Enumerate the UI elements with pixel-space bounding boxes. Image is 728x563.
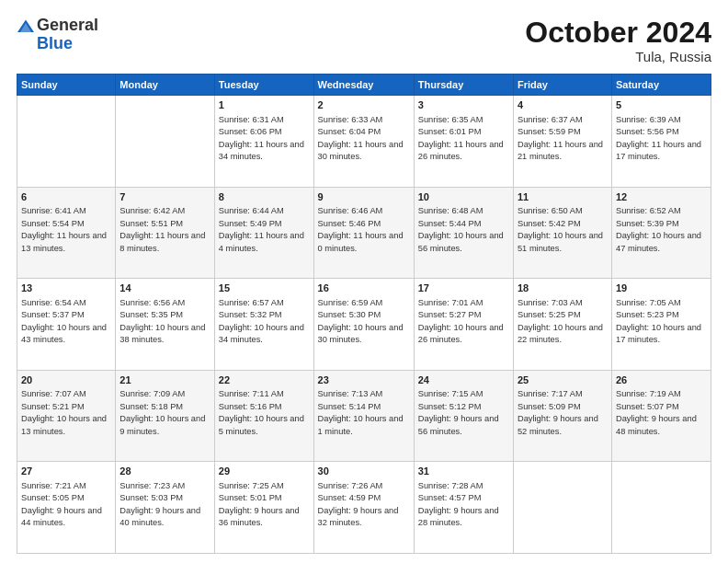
- logo: General Blue: [17, 17, 98, 53]
- day-cell: 10Sunrise: 6:48 AM Sunset: 5:44 PM Dayli…: [414, 187, 513, 279]
- day-number: 15: [219, 282, 310, 295]
- day-info: Sunrise: 6:39 AM Sunset: 5:56 PM Dayligh…: [616, 114, 707, 164]
- day-cell: 17Sunrise: 7:01 AM Sunset: 5:27 PM Dayli…: [414, 279, 513, 371]
- day-cell: 2Sunrise: 6:33 AM Sunset: 6:04 PM Daylig…: [313, 96, 414, 188]
- day-number: 31: [418, 465, 509, 478]
- day-number: 30: [318, 465, 410, 478]
- col-friday: Friday: [513, 75, 611, 96]
- day-cell: 21Sunrise: 7:09 AM Sunset: 5:18 PM Dayli…: [116, 370, 215, 462]
- day-cell: 3Sunrise: 6:35 AM Sunset: 6:01 PM Daylig…: [414, 96, 513, 188]
- day-info: Sunrise: 7:26 AM Sunset: 4:59 PM Dayligh…: [318, 480, 410, 530]
- day-info: Sunrise: 7:09 AM Sunset: 5:18 PM Dayligh…: [119, 388, 210, 438]
- day-cell: 5Sunrise: 6:39 AM Sunset: 5:56 PM Daylig…: [611, 96, 711, 188]
- day-info: Sunrise: 6:33 AM Sunset: 6:04 PM Dayligh…: [318, 114, 410, 164]
- col-wednesday: Wednesday: [313, 75, 414, 96]
- day-cell: 29Sunrise: 7:25 AM Sunset: 5:01 PM Dayli…: [214, 462, 313, 554]
- day-cell: 14Sunrise: 6:56 AM Sunset: 5:35 PM Dayli…: [116, 279, 215, 371]
- day-number: 12: [616, 190, 707, 204]
- day-number: 16: [318, 282, 410, 295]
- day-info: Sunrise: 7:25 AM Sunset: 5:01 PM Dayligh…: [219, 480, 310, 530]
- col-monday: Monday: [116, 75, 215, 96]
- day-cell: 7Sunrise: 6:42 AM Sunset: 5:51 PM Daylig…: [116, 187, 215, 279]
- day-cell: [116, 96, 215, 188]
- day-cell: 11Sunrise: 6:50 AM Sunset: 5:42 PM Dayli…: [513, 187, 611, 279]
- day-info: Sunrise: 6:46 AM Sunset: 5:46 PM Dayligh…: [318, 205, 410, 255]
- day-cell: 4Sunrise: 6:37 AM Sunset: 5:59 PM Daylig…: [513, 96, 611, 188]
- day-number: 24: [418, 373, 509, 387]
- day-number: 13: [21, 282, 111, 295]
- title-block: October 2024 Tula, Russia: [525, 17, 711, 64]
- day-info: Sunrise: 7:05 AM Sunset: 5:23 PM Dayligh…: [616, 297, 707, 347]
- day-info: Sunrise: 6:57 AM Sunset: 5:32 PM Dayligh…: [219, 297, 310, 347]
- day-number: 28: [119, 465, 210, 478]
- day-cell: 16Sunrise: 6:59 AM Sunset: 5:30 PM Dayli…: [313, 279, 414, 371]
- day-number: 27: [21, 465, 111, 478]
- day-info: Sunrise: 6:31 AM Sunset: 6:06 PM Dayligh…: [219, 114, 310, 164]
- col-thursday: Thursday: [414, 75, 513, 96]
- day-number: 25: [518, 373, 608, 387]
- day-cell: 26Sunrise: 7:19 AM Sunset: 5:07 PM Dayli…: [611, 370, 711, 462]
- day-number: 23: [318, 373, 410, 387]
- week-row-4: 20Sunrise: 7:07 AM Sunset: 5:21 PM Dayli…: [17, 370, 711, 462]
- day-cell: [513, 462, 611, 554]
- calendar-body: 1Sunrise: 6:31 AM Sunset: 6:06 PM Daylig…: [17, 96, 711, 554]
- day-cell: 19Sunrise: 7:05 AM Sunset: 5:23 PM Dayli…: [611, 279, 711, 371]
- week-row-3: 13Sunrise: 6:54 AM Sunset: 5:37 PM Dayli…: [17, 279, 711, 371]
- day-number: 17: [418, 282, 509, 295]
- day-cell: 15Sunrise: 6:57 AM Sunset: 5:32 PM Dayli…: [214, 279, 313, 371]
- day-number: 10: [418, 190, 509, 204]
- day-number: 9: [318, 190, 410, 204]
- day-info: Sunrise: 6:54 AM Sunset: 5:37 PM Dayligh…: [21, 297, 111, 347]
- day-number: 3: [418, 98, 509, 112]
- day-number: 7: [119, 190, 210, 204]
- day-info: Sunrise: 6:41 AM Sunset: 5:54 PM Dayligh…: [21, 205, 111, 255]
- calendar-table: Sunday Monday Tuesday Wednesday Thursday…: [17, 74, 711, 554]
- day-info: Sunrise: 7:23 AM Sunset: 5:03 PM Dayligh…: [119, 480, 210, 530]
- day-info: Sunrise: 7:28 AM Sunset: 4:57 PM Dayligh…: [418, 480, 509, 530]
- day-cell: 8Sunrise: 6:44 AM Sunset: 5:49 PM Daylig…: [214, 187, 313, 279]
- day-cell: 25Sunrise: 7:17 AM Sunset: 5:09 PM Dayli…: [513, 370, 611, 462]
- month-title: October 2024: [525, 17, 711, 49]
- day-info: Sunrise: 6:50 AM Sunset: 5:42 PM Dayligh…: [518, 205, 608, 255]
- header-row: Sunday Monday Tuesday Wednesday Thursday…: [17, 75, 711, 96]
- day-info: Sunrise: 7:07 AM Sunset: 5:21 PM Dayligh…: [21, 388, 111, 438]
- day-cell: 1Sunrise: 6:31 AM Sunset: 6:06 PM Daylig…: [214, 96, 313, 188]
- day-number: 26: [616, 373, 707, 387]
- day-info: Sunrise: 7:21 AM Sunset: 5:05 PM Dayligh…: [21, 480, 111, 530]
- day-info: Sunrise: 6:52 AM Sunset: 5:39 PM Dayligh…: [616, 205, 707, 255]
- day-number: 6: [21, 190, 111, 204]
- day-cell: 6Sunrise: 6:41 AM Sunset: 5:54 PM Daylig…: [17, 187, 116, 279]
- header: General Blue October 2024 Tula, Russia: [17, 17, 711, 64]
- logo-blue: Blue: [37, 34, 73, 52]
- day-number: 14: [119, 282, 210, 295]
- day-info: Sunrise: 7:01 AM Sunset: 5:27 PM Dayligh…: [418, 297, 509, 347]
- day-info: Sunrise: 7:17 AM Sunset: 5:09 PM Dayligh…: [518, 388, 608, 438]
- week-row-5: 27Sunrise: 7:21 AM Sunset: 5:05 PM Dayli…: [17, 462, 711, 554]
- day-number: 19: [616, 282, 707, 295]
- day-info: Sunrise: 6:56 AM Sunset: 5:35 PM Dayligh…: [119, 297, 210, 347]
- week-row-1: 1Sunrise: 6:31 AM Sunset: 6:06 PM Daylig…: [17, 96, 711, 188]
- day-cell: 28Sunrise: 7:23 AM Sunset: 5:03 PM Dayli…: [116, 462, 215, 554]
- day-info: Sunrise: 6:48 AM Sunset: 5:44 PM Dayligh…: [418, 205, 509, 255]
- day-cell: [17, 96, 116, 188]
- day-number: 1: [219, 98, 310, 112]
- col-tuesday: Tuesday: [214, 75, 313, 96]
- day-number: 21: [119, 373, 210, 387]
- col-saturday: Saturday: [611, 75, 711, 96]
- day-info: Sunrise: 6:35 AM Sunset: 6:01 PM Dayligh…: [418, 114, 509, 164]
- day-info: Sunrise: 7:15 AM Sunset: 5:12 PM Dayligh…: [418, 388, 509, 438]
- day-number: 18: [518, 282, 608, 295]
- day-info: Sunrise: 6:42 AM Sunset: 5:51 PM Dayligh…: [119, 205, 210, 255]
- day-cell: 22Sunrise: 7:11 AM Sunset: 5:16 PM Dayli…: [214, 370, 313, 462]
- day-number: 5: [616, 98, 707, 112]
- col-sunday: Sunday: [17, 75, 116, 96]
- day-cell: 24Sunrise: 7:15 AM Sunset: 5:12 PM Dayli…: [414, 370, 513, 462]
- day-cell: 27Sunrise: 7:21 AM Sunset: 5:05 PM Dayli…: [17, 462, 116, 554]
- day-cell: 9Sunrise: 6:46 AM Sunset: 5:46 PM Daylig…: [313, 187, 414, 279]
- day-cell: 30Sunrise: 7:26 AM Sunset: 4:59 PM Dayli…: [313, 462, 414, 554]
- page: General Blue October 2024 Tula, Russia S…: [0, 0, 728, 563]
- week-row-2: 6Sunrise: 6:41 AM Sunset: 5:54 PM Daylig…: [17, 187, 711, 279]
- day-cell: 31Sunrise: 7:28 AM Sunset: 4:57 PM Dayli…: [414, 462, 513, 554]
- day-number: 20: [21, 373, 111, 387]
- day-info: Sunrise: 7:19 AM Sunset: 5:07 PM Dayligh…: [616, 388, 707, 438]
